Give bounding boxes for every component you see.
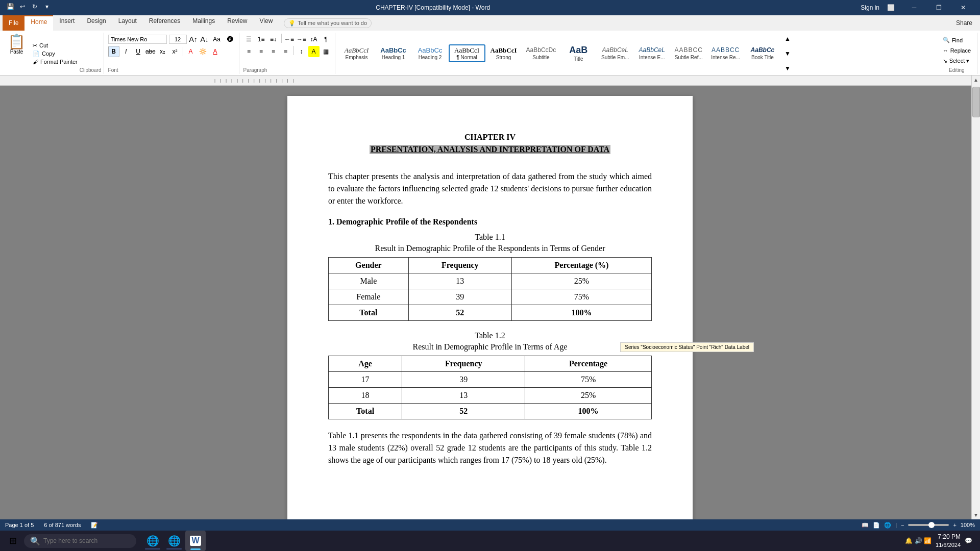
zoom-slider[interactable] [908,524,949,526]
style-subtle-em[interactable]: AaBbCeL Subtle Em... [597,44,633,62]
style-subtle-ref[interactable]: AaBbCc Subtle Ref... [670,44,707,62]
select-label: Select ▾ [949,58,970,64]
style-book-title[interactable]: AaBbCc Book Title [744,44,781,62]
tab-references[interactable]: References [143,15,186,31]
styles-scroll-down[interactable]: ▼ [782,48,793,59]
layout-btn[interactable]: ⬜ [887,4,895,11]
font-color-btn[interactable]: A [210,46,221,57]
clear-format-btn[interactable]: Aa [211,34,223,45]
text-effects-btn[interactable]: A [185,46,197,57]
format-painter-button[interactable]: 🖌 Format Painter [31,58,80,65]
italic-btn[interactable]: I [120,46,132,57]
tab-review[interactable]: Review [221,15,253,31]
facebook-icon: 🌐 [168,535,181,547]
highlight-color-btn[interactable]: 🔆 [198,46,209,57]
style-book-title-preview: AaBbCc [751,46,775,54]
align-left-btn[interactable]: ≡ [243,46,255,57]
sort-btn[interactable]: ↕A [308,34,320,45]
tab-home[interactable]: Home [24,15,53,31]
style-intense-re[interactable]: AaBbCc Intense Re... [707,44,744,62]
editing-group-label: Editing [949,67,965,73]
zoom-out-btn[interactable]: − [901,522,904,528]
taskbar: ⊞ 🔍 🌐 🌐 W 🔔 🔊 📶 7:20 PM 11/6/2024 💬 [0,531,980,551]
style-subtle-em-preview: AaBbCeL [602,46,628,54]
shrink-font-btn[interactable]: A↓ [200,35,209,44]
scroll-down-btn[interactable]: ▼ [972,511,981,519]
numbering-btn[interactable]: 1≡ [256,34,267,45]
notification-btn[interactable]: 💬 [965,537,972,544]
tab-design[interactable]: Design [81,15,112,31]
tab-insert[interactable]: Insert [53,15,81,31]
shading-btn[interactable]: A [308,46,320,57]
style-emphasis[interactable]: AaBbCcI Emphasis [338,44,375,63]
style-strong[interactable]: AaBbCcI Strong [485,44,522,63]
font-group: A↑ A↓ Aa 🅐 B I U abc x₂ x² A 🔆 A Font [105,33,239,74]
borders-btn[interactable]: ▦ [321,46,332,57]
font-size-input[interactable] [169,35,187,44]
start-button[interactable]: ⊞ [3,531,23,551]
underline-btn[interactable]: U [133,46,144,57]
paste-button[interactable]: 📋 Paste [5,34,29,56]
justify-btn[interactable]: ≡ [280,46,291,57]
tab-view[interactable]: View [254,15,279,31]
decrease-indent-btn[interactable]: ←≡ [284,34,295,45]
window-controls: Sign in ⬜ ─ ❐ ✕ [861,0,975,15]
style-normal[interactable]: AaBbCcI ¶ Normal [449,44,485,63]
close-btn[interactable]: ✕ [951,0,975,15]
align-right-btn[interactable]: ≡ [268,46,279,57]
document-area: CHAPTER IV PRESENTATION, ANALYSIS AND IN… [0,86,980,519]
tab-mailings[interactable]: Mailings [186,15,221,31]
find-button[interactable]: 🔍 Find [941,36,973,44]
styles-scroll-up[interactable]: ▲ [782,33,793,44]
zoom-thumb[interactable] [928,522,935,528]
copy-button[interactable]: 📄 Copy [31,50,80,58]
style-subtitle[interactable]: AaBbCcDc Subtitle [522,44,560,62]
taskbar-app-word[interactable]: W [185,531,206,551]
restore-btn[interactable]: ❐ [927,0,950,15]
web-layout-btn[interactable]: 🌐 [884,522,891,529]
redo-quick-btn[interactable]: ↻ [30,2,40,12]
bold-btn[interactable]: B [108,46,119,57]
style-intense-e[interactable]: AaBbCeL Intense E... [633,44,670,62]
sign-in-btn[interactable]: Sign in [861,4,879,11]
taskbar-app-resource-center[interactable]: 🌐 [142,531,163,551]
style-intense-e-label: Intense E... [639,55,665,60]
document-page: CHAPTER IV PRESENTATION, ANALYSIS AND IN… [287,96,693,519]
grow-font-btn[interactable]: A↑ [189,35,198,44]
increase-indent-btn[interactable]: →≡ [296,34,307,45]
tell-me-input[interactable]: 💡 Tell me what you want to do [284,18,372,28]
share-btn[interactable]: Share [956,19,972,27]
zoom-in-btn[interactable]: + [953,522,956,528]
bullets-btn[interactable]: ☰ [243,34,255,45]
tab-file[interactable]: File [3,15,24,31]
replace-button[interactable]: ↔ Replace [941,46,973,55]
style-heading2[interactable]: AaBbCc Heading 2 [412,44,449,63]
read-mode-btn[interactable]: 📖 [862,522,869,529]
taskbar-search-input[interactable] [43,537,125,544]
undo-quick-btn[interactable]: ↩ [17,2,28,12]
cut-button[interactable]: ✂ Cut [31,42,80,49]
font-name-selector[interactable] [108,35,167,44]
status-left: Page 1 of 5 6 of 871 words 📝 [5,522,98,529]
style-subtle-em-label: Subtle Em... [601,55,629,60]
taskbar-app-facebook[interactable]: 🌐 [164,531,184,551]
line-spacing-btn[interactable]: ↕ [296,46,307,57]
style-heading1[interactable]: AaBbCc Heading 1 [375,44,412,63]
taskbar-search[interactable]: 🔍 [24,534,136,548]
style-title[interactable]: AaB Title [560,43,597,64]
minimize-btn[interactable]: ─ [902,0,926,15]
subscript-btn[interactable]: x₂ [157,46,168,57]
save-quick-btn[interactable]: 💾 [5,2,15,12]
multilevel-list-btn[interactable]: ≡↓ [268,34,279,45]
strikethrough-btn[interactable]: abc [145,46,156,57]
tab-layout[interactable]: Layout [112,15,143,31]
scroll-thumb[interactable] [972,87,980,117]
show-formatting-btn[interactable]: ¶ [321,34,332,45]
print-layout-btn[interactable]: 📄 [873,522,880,529]
superscript-btn[interactable]: x² [169,46,181,57]
change-case-btn[interactable]: 🅐 [225,34,236,45]
styles-expand[interactable]: ▼ [782,63,793,74]
customize-quick-btn[interactable]: ▾ [42,2,52,12]
align-center-btn[interactable]: ≡ [256,46,267,57]
select-button[interactable]: ↘ Select ▾ [941,57,973,65]
